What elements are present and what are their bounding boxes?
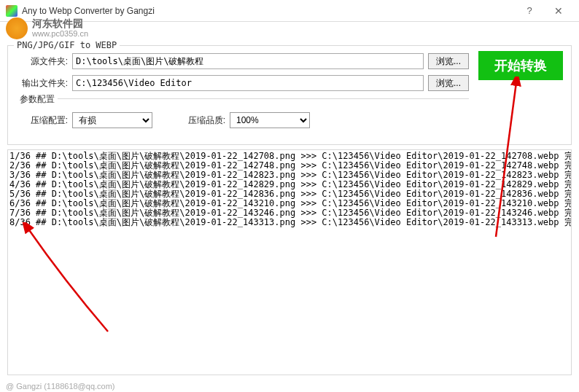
- compress-label: 压缩配置:: [17, 114, 68, 127]
- output-browse-button[interactable]: 浏览...: [428, 75, 469, 91]
- window-title: Any to Webp Converter by Gangzi: [22, 6, 515, 16]
- watermark-icon: [6, 17, 28, 39]
- app-icon: [6, 5, 18, 17]
- output-label: 输出文件夹:: [17, 77, 68, 90]
- quality-select[interactable]: 100%: [230, 112, 310, 128]
- help-button[interactable]: ?: [515, 1, 544, 21]
- log-line: 8/36 ## D:\tools\桌面\图片\破解教程\2019-01-22_1…: [9, 218, 570, 227]
- footer-credit: @ Gangzi (1188618@qq.com): [6, 382, 115, 391]
- watermark: 河东软件园 www.pc0359.cn: [6, 17, 88, 39]
- quality-label: 压缩品质:: [182, 114, 225, 127]
- groupbox-legend: PNG/JPG/GIF to WEBP: [14, 40, 120, 50]
- watermark-url: www.pc0359.cn: [32, 28, 88, 39]
- watermark-site: 河东软件园: [32, 18, 88, 28]
- source-browse-button[interactable]: 浏览...: [428, 53, 469, 69]
- output-input[interactable]: [72, 75, 424, 91]
- source-label: 源文件夹:: [17, 55, 68, 68]
- compress-select[interactable]: 有损: [72, 112, 152, 128]
- start-convert-button[interactable]: 开始转换: [478, 51, 563, 80]
- source-input[interactable]: [72, 53, 424, 69]
- params-legend: 参数配置: [17, 93, 58, 106]
- log-output[interactable]: 1/36 ## D:\tools\桌面\图片\破解教程\2019-01-22_1…: [7, 149, 572, 375]
- close-button[interactable]: ✕: [544, 1, 573, 21]
